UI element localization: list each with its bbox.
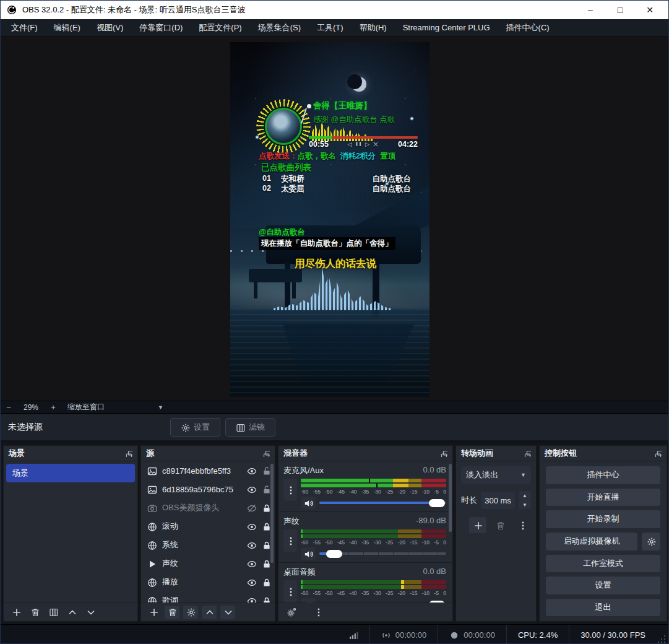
source-filters-button[interactable]: 滤镜 bbox=[225, 418, 275, 437]
zoom-in-button[interactable]: + bbox=[45, 402, 61, 412]
plugin-center-button[interactable]: 插件中心 bbox=[546, 466, 660, 484]
popout-icon[interactable] bbox=[524, 450, 531, 457]
visibility-eye-icon[interactable] bbox=[247, 578, 256, 587]
popout-icon[interactable] bbox=[262, 450, 270, 457]
add-source-button[interactable] bbox=[146, 606, 161, 619]
lock-icon[interactable] bbox=[262, 578, 271, 587]
source-row[interactable]: OBS美颜摄像头 bbox=[141, 498, 275, 517]
scene-item-selected[interactable]: 场景 bbox=[6, 464, 135, 482]
mute-speaker-button[interactable] bbox=[301, 547, 316, 560]
remove-transition-button[interactable] bbox=[491, 517, 509, 533]
source-up-button[interactable] bbox=[202, 606, 217, 619]
menu-tools[interactable]: 工具(T) bbox=[309, 19, 352, 37]
minimize-button[interactable]: – bbox=[578, 2, 603, 17]
menu-profile[interactable]: 配置文件(P) bbox=[191, 19, 249, 37]
menu-edit[interactable]: 编辑(E) bbox=[46, 19, 88, 37]
mute-speaker-button[interactable] bbox=[301, 598, 316, 603]
maximize-button[interactable]: □ bbox=[608, 2, 632, 17]
source-row[interactable]: c8917f4ebbfbfe5ff3 bbox=[141, 461, 275, 480]
mixer-scrollbar[interactable] bbox=[449, 464, 452, 532]
zoom-out-button[interactable]: − bbox=[1, 402, 17, 412]
lock-icon[interactable] bbox=[262, 596, 271, 603]
remove-source-button[interactable] bbox=[165, 606, 179, 619]
popout-icon[interactable] bbox=[440, 450, 447, 457]
popout-icon[interactable] bbox=[654, 450, 662, 457]
duration-spinbox[interactable]: 300 ms bbox=[481, 492, 515, 509]
source-row[interactable]: 声纹 bbox=[141, 554, 275, 573]
menu-file[interactable]: 文件(F) bbox=[3, 19, 46, 37]
fps-value: 30.00 / 30.00 FPS bbox=[581, 630, 645, 640]
lock-icon[interactable] bbox=[262, 522, 271, 531]
source-row[interactable]: 滚动 bbox=[141, 517, 275, 536]
source-label: 滚动 bbox=[162, 521, 241, 532]
volume-slider[interactable] bbox=[319, 550, 446, 558]
remove-scene-button[interactable] bbox=[27, 606, 42, 619]
source-row[interactable]: 歌词 bbox=[141, 591, 275, 603]
start-recording-button[interactable]: 开始录制 bbox=[546, 510, 660, 528]
globe-icon bbox=[147, 596, 157, 603]
lock-open-icon[interactable] bbox=[262, 485, 271, 494]
source-properties-gear-button[interactable] bbox=[183, 606, 198, 619]
source-row[interactable]: 系统 bbox=[141, 536, 275, 554]
zoom-fit-caret-icon[interactable]: ▼ bbox=[158, 404, 163, 411]
menu-plugin-center[interactable]: 插件中心(C) bbox=[498, 19, 558, 37]
advanced-audio-properties-button[interactable] bbox=[283, 606, 298, 619]
transitions-dock: 转场动画 淡入淡出 ▼ 时长 300 ms ▲ ▼ bbox=[455, 445, 537, 622]
close-button[interactable]: ✕ bbox=[637, 2, 662, 17]
scene-up-button[interactable] bbox=[64, 606, 79, 619]
lock-icon[interactable] bbox=[262, 503, 271, 513]
lock-open-icon[interactable] bbox=[262, 466, 271, 476]
visibility-eye-icon[interactable] bbox=[247, 485, 256, 494]
visibility-eye-icon[interactable] bbox=[247, 466, 256, 476]
duration-down-button[interactable]: ▼ bbox=[519, 500, 531, 509]
mute-speaker-button[interactable] bbox=[301, 497, 316, 509]
source-down-button[interactable] bbox=[220, 606, 235, 619]
transition-menu-button[interactable] bbox=[514, 517, 531, 533]
playlist-requester: 自助点歌台 bbox=[373, 174, 412, 185]
scene-filters-button[interactable] bbox=[46, 606, 61, 619]
add-transition-button[interactable] bbox=[469, 517, 486, 533]
source-row[interactable]: 播放 bbox=[141, 573, 275, 591]
preview-canvas[interactable]: 舍得【王唯旖】 感谢 @自助点歌台 点歌 00:55 ◁ ⅠⅠ ▷ ⤫ 04:2… bbox=[1, 37, 668, 401]
visibility-eye-icon[interactable] bbox=[247, 559, 256, 568]
visibility-eye-icon[interactable] bbox=[247, 541, 256, 550]
lock-icon[interactable] bbox=[262, 559, 271, 568]
mixer-menu-button[interactable] bbox=[311, 606, 326, 619]
mixer-options-button[interactable] bbox=[283, 529, 297, 552]
cpu-usage: CPU: 2.4% bbox=[507, 625, 569, 644]
virtual-camera-settings-button[interactable] bbox=[642, 533, 660, 550]
star-sparkle bbox=[410, 116, 414, 121]
start-virtual-camera-button[interactable]: 启动虚拟摄像机 bbox=[546, 533, 637, 550]
volume-slider[interactable] bbox=[319, 499, 446, 507]
mixer-options-button[interactable] bbox=[283, 580, 297, 603]
video-preview[interactable]: 舍得【王唯旖】 感谢 @自助点歌台 点歌 00:55 ◁ ⅠⅠ ▷ ⤫ 04:2… bbox=[230, 42, 429, 397]
menu-docks[interactable]: 停靠窗口(D) bbox=[131, 19, 191, 37]
mixer-channel-desktop: 桌面音频 0.0 dB -60-55-50-45-40-35-30-25-20-… bbox=[278, 563, 452, 603]
studio-mode-button[interactable]: 工作室模式 bbox=[546, 555, 660, 573]
visibility-eye-off-icon[interactable] bbox=[247, 503, 256, 513]
zoom-fit-label[interactable]: 缩放至窗口 bbox=[67, 402, 136, 412]
source-row[interactable]: 6d18859a5796bc75 bbox=[141, 480, 275, 498]
resize-grip-icon[interactable] bbox=[657, 634, 666, 643]
time-total: 04:22 bbox=[398, 140, 418, 149]
menu-scene-collection[interactable]: 场景集合(S) bbox=[250, 19, 309, 37]
mixer-options-button[interactable] bbox=[283, 479, 297, 501]
sources-scrollbar[interactable] bbox=[270, 464, 274, 563]
menu-help[interactable]: 帮助(H) bbox=[352, 19, 395, 37]
start-streaming-button[interactable]: 开始直播 bbox=[546, 489, 660, 507]
volume-slider[interactable] bbox=[319, 601, 446, 603]
popout-icon[interactable] bbox=[125, 450, 132, 457]
duration-up-button[interactable]: ▲ bbox=[519, 491, 531, 500]
menu-streaming-center-plug[interactable]: Streaming Center PLUG bbox=[395, 20, 498, 35]
add-scene-button[interactable] bbox=[9, 606, 24, 619]
recording-time-value: 00:00:00 bbox=[464, 630, 495, 640]
transition-select[interactable]: 淡入淡出 ▼ bbox=[461, 466, 531, 484]
source-properties-button[interactable]: 设置 bbox=[170, 418, 220, 437]
visibility-eye-icon[interactable] bbox=[247, 596, 256, 603]
exit-button[interactable]: 退出 bbox=[546, 599, 660, 617]
lock-icon[interactable] bbox=[262, 541, 271, 550]
settings-button[interactable]: 设置 bbox=[546, 577, 660, 594]
visibility-eye-icon[interactable] bbox=[247, 522, 256, 531]
scene-down-button[interactable] bbox=[83, 606, 98, 619]
menu-view[interactable]: 视图(V) bbox=[88, 19, 131, 37]
